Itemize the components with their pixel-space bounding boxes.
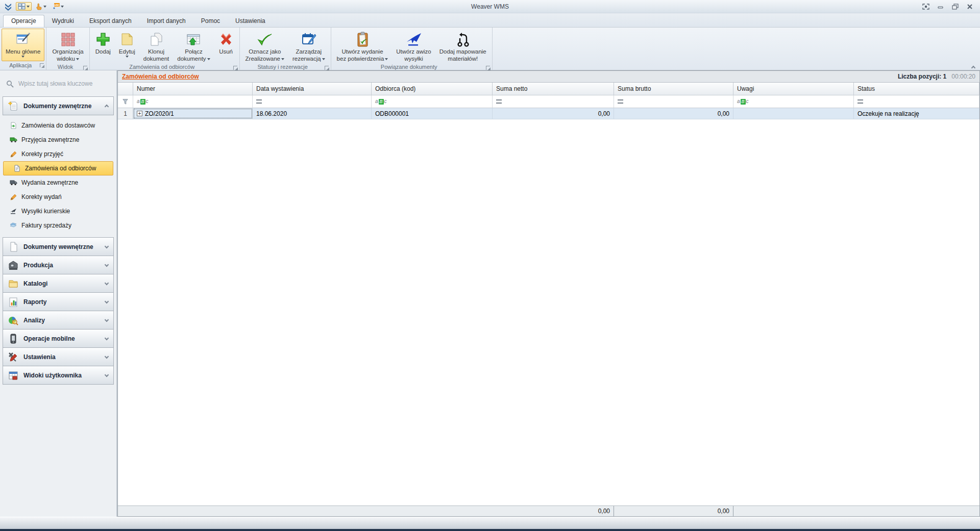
tab-wydruki[interactable]: Wydruki — [44, 15, 82, 27]
button-label: Menu główne — [6, 48, 40, 56]
sidebar-group-dokumenty-wewnetrzne[interactable]: Dokumenty wewnętrzne — [3, 237, 114, 256]
header-suma-netto[interactable]: Suma netto — [493, 83, 614, 95]
main-menu-icon — [15, 30, 31, 48]
menu-glowne-button[interactable]: Menu główne — [2, 29, 44, 61]
sidebar-group-ustawienia[interactable]: Ustawienia — [3, 347, 114, 366]
order-customer-icon — [13, 165, 21, 172]
sidebar-item-faktury-sprzedazy[interactable]: Faktury sprzedaży — [3, 218, 114, 233]
sidebar: Dokumenty zewnętrzne Zamówienia do dosta… — [0, 70, 117, 517]
filter-uwagi[interactable] — [733, 95, 854, 108]
dialog-launcher-icon[interactable] — [486, 66, 490, 70]
breadcrumb[interactable]: Zamówienia od odbiorców — [122, 73, 199, 80]
invoice-icon — [9, 222, 17, 229]
utworz-wydanie-button[interactable]: Utwórz wydanie bez potwierdzenia — [333, 29, 393, 64]
header-data-wystawienia[interactable]: Data wystawienia — [253, 83, 372, 95]
dialog-launcher-icon[interactable] — [83, 66, 87, 70]
cell-uwagi[interactable] — [733, 108, 854, 119]
tab-import-danych[interactable]: Import danych — [139, 15, 193, 27]
chevron-down-icon — [105, 336, 109, 340]
filter-status[interactable] — [854, 95, 979, 108]
grid-header-row: Numer Data wystawienia Odbiorca (kod) Su… — [118, 83, 979, 95]
sidebar-item-wydania-zewnetrzne[interactable]: Wydania zewnętrzne — [3, 175, 114, 190]
usun-button[interactable]: Usuń — [214, 29, 238, 64]
double-chevron-icon — [4, 3, 12, 11]
sidebar-group-dokumenty-zewnetrzne[interactable]: Dokumenty zewnętrzne — [3, 96, 114, 115]
group-label-powiazane: Powiązane dokumenty — [331, 64, 492, 70]
sidebar-item-zamowienia-do-dostawcow[interactable]: Zamówienia do dostawców — [3, 118, 114, 133]
filter-suma-brutto[interactable] — [614, 95, 733, 108]
spellcheck-quick-button[interactable]: ABC — [50, 2, 65, 11]
filter-odbiorca[interactable] — [372, 95, 493, 108]
ribbon-collapse-button[interactable] — [972, 64, 976, 68]
cell-data-wystawienia[interactable]: 18.06.2020 — [253, 108, 372, 119]
button-label: Połącz — [185, 48, 203, 56]
sidebar-group-analizy[interactable]: Analizy — [3, 311, 114, 330]
filter-numer[interactable] — [133, 95, 253, 108]
timer: 00:00:20 — [951, 73, 975, 80]
header-numer[interactable]: Numer — [133, 83, 253, 95]
sidebar-group-katalogi[interactable]: Katalogi — [3, 274, 114, 293]
layout-quick-button[interactable] — [16, 2, 32, 11]
tab-ustawienia[interactable]: Ustawienia — [228, 15, 273, 27]
tab-operacje[interactable]: Operacje — [3, 15, 44, 27]
sidebar-group-raporty[interactable]: Raporty — [3, 292, 114, 311]
search-input[interactable] — [18, 80, 105, 87]
restore-button[interactable] — [952, 4, 959, 10]
sidebar-item-zamowienia-od-odbiorcow[interactable]: Zamówienia od odbiorców — [3, 161, 113, 175]
sidebar-item-korekty-wydan[interactable]: Korekty wydań — [3, 190, 114, 204]
header-odbiorca[interactable]: Odbiorca (kod) — [372, 83, 493, 95]
dialog-launcher-icon[interactable] — [40, 63, 44, 67]
sidebar-item-wysylki-kurierskie[interactable]: Wysyłki kurierskie — [3, 204, 114, 218]
dodaj-button[interactable]: Dodaj — [91, 29, 115, 64]
cell-numer[interactable]: ZO/2020/1 — [133, 108, 253, 119]
filter-suma-netto[interactable] — [493, 95, 614, 108]
utworz-awizo-button[interactable]: Utwórz awizo wysyłki — [392, 29, 435, 64]
header-uwagi[interactable]: Uwagi — [733, 83, 854, 95]
app-logo-icon[interactable] — [3, 2, 14, 11]
check-icon — [256, 30, 274, 48]
sidebar-group-produkcja[interactable]: Produkcja — [3, 256, 114, 274]
header-status[interactable]: Status — [854, 83, 979, 95]
close-button[interactable] — [967, 4, 973, 10]
sidebar-item-korekty-przyjec[interactable]: Korekty przyjęć — [3, 147, 114, 161]
header-suma-brutto[interactable]: Suma brutto — [614, 83, 733, 95]
dodaj-mapowanie-button[interactable]: Dodaj mapowanie materiałów! — [435, 29, 491, 64]
klonuj-dokument-button[interactable]: Klonuj dokument — [139, 29, 174, 64]
cell-suma-brutto[interactable]: 0,00 — [614, 108, 733, 119]
sidebar-group-widoki-uzytkownika[interactable]: Widoki użytkownika — [3, 366, 114, 385]
cell-odbiorca[interactable]: ODB000001 — [372, 108, 493, 119]
button-label: Oznacz jako — [249, 48, 281, 56]
tab-eksport-danych[interactable]: Eksport danych — [82, 15, 139, 27]
table-row[interactable]: 1 ZO/2020/1 18.06.2020 ODB000001 0,00 0,… — [118, 108, 979, 119]
summary-suma-brutto: 0,00 — [614, 506, 733, 516]
fullscreen-button[interactable] — [922, 4, 929, 10]
row-number: 1 — [118, 108, 133, 119]
filter-data-wystawienia[interactable] — [253, 95, 372, 108]
dialog-launcher-icon[interactable] — [325, 66, 329, 70]
minimize-button[interactable] — [938, 4, 944, 10]
oznacz-zrealizowane-button[interactable]: Oznacz jako Zrealizowane — [241, 29, 288, 64]
edytuj-button[interactable]: Edytuj — [115, 29, 139, 64]
dropdown-arrow-icon — [76, 58, 79, 60]
sidebar-group-items: Zamówienia do dostawców Przyjęcia zewnęt… — [3, 115, 114, 238]
sidebar-group-operacje-mobilne[interactable]: Operacje mobilne — [3, 329, 114, 348]
panel-header: Zamówienia od odbiorców Liczba pozycji: … — [118, 71, 979, 83]
zarzadzaj-rezerwacja-button[interactable]: Zarządzaj rezerwacją — [288, 29, 329, 64]
sidebar-item-przyjecia-zewnetrzne[interactable]: Przyjęcia zewnętrzne — [3, 133, 114, 147]
equals-filter-icon — [256, 99, 262, 104]
touch-quick-button[interactable] — [34, 3, 48, 11]
mapping-branch-icon — [455, 30, 471, 48]
organizacja-widoku-button[interactable]: Organizacja widoku — [48, 29, 87, 64]
ribbon-group-powiazane: Utwórz wydanie bez potwierdzenia Utwórz … — [331, 28, 493, 70]
cell-suma-netto[interactable]: 0,00 — [493, 108, 614, 119]
text-filter-icon — [737, 99, 749, 105]
polacz-dokumenty-button[interactable]: Połącz dokumenty — [173, 29, 214, 64]
edit-icon — [119, 30, 135, 48]
cell-status[interactable]: Oczekuje na realizację — [854, 108, 979, 119]
dialog-launcher-icon[interactable] — [233, 66, 237, 70]
sidebar-search — [6, 78, 111, 90]
pencil-icon — [9, 151, 17, 158]
expand-row-icon[interactable] — [137, 111, 142, 116]
tab-pomoc[interactable]: Pomoc — [193, 15, 228, 27]
equals-filter-icon — [496, 99, 502, 104]
